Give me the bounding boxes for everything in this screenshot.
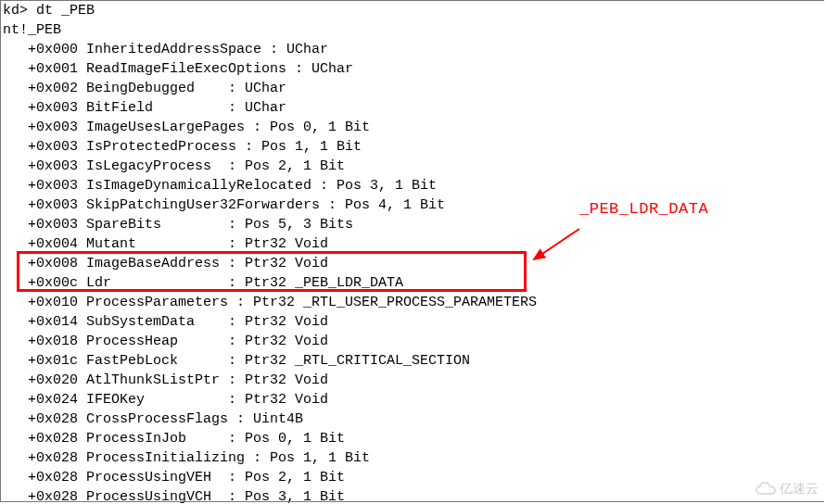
watermark: 亿速云	[756, 479, 819, 498]
output-frame	[0, 0, 824, 502]
cloud-icon	[756, 482, 776, 497]
annotation-label: _PEB_LDR_DATA	[579, 199, 708, 219]
watermark-text: 亿速云	[780, 479, 819, 498]
